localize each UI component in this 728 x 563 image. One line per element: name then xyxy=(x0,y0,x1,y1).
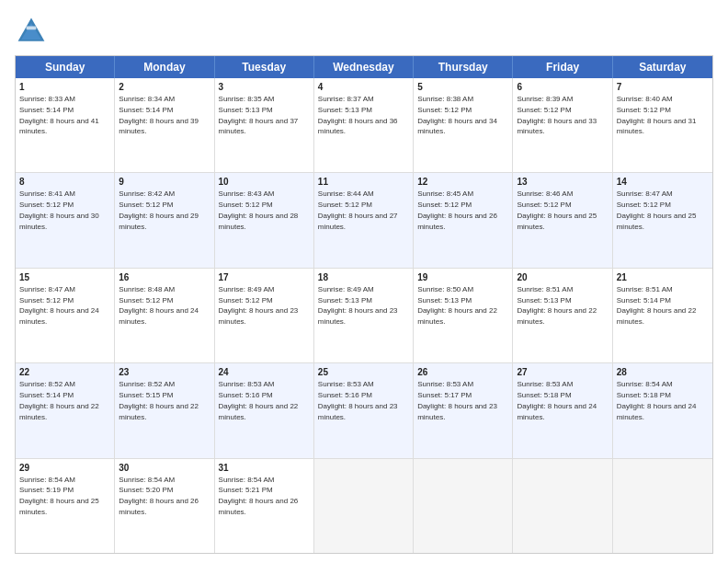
day-number: 4 xyxy=(318,81,409,93)
day-number: 25 xyxy=(318,366,409,378)
day-cell-22: 22Sunrise: 8:52 AMSunset: 5:14 PMDayligh… xyxy=(16,363,115,457)
header xyxy=(15,15,713,48)
day-number: 14 xyxy=(617,176,709,188)
cell-info: Sunrise: 8:51 AMSunset: 5:13 PMDaylight:… xyxy=(517,285,597,326)
day-cell-31: 31Sunrise: 8:54 AMSunset: 5:21 PMDayligh… xyxy=(215,459,314,553)
day-number: 22 xyxy=(19,366,110,378)
cell-info: Sunrise: 8:37 AMSunset: 5:13 PMDaylight:… xyxy=(318,95,398,135)
cell-info: Sunrise: 8:50 AMSunset: 5:13 PMDaylight:… xyxy=(417,285,497,326)
day-cell-17: 17Sunrise: 8:49 AMSunset: 5:12 PMDayligh… xyxy=(215,269,314,362)
cell-info: Sunrise: 8:42 AMSunset: 5:12 PMDaylight:… xyxy=(119,190,199,230)
cell-info: Sunrise: 8:33 AMSunset: 5:14 PMDaylight:… xyxy=(19,95,99,135)
day-number: 16 xyxy=(119,271,210,283)
day-cell-1: 1Sunrise: 8:33 AMSunset: 5:14 PMDaylight… xyxy=(16,78,115,172)
cell-info: Sunrise: 8:45 AMSunset: 5:12 PMDaylight:… xyxy=(417,190,497,230)
day-number: 31 xyxy=(219,462,310,474)
day-number: 6 xyxy=(517,81,608,93)
day-cell-30: 30Sunrise: 8:54 AMSunset: 5:20 PMDayligh… xyxy=(115,459,214,553)
cell-info: Sunrise: 8:41 AMSunset: 5:12 PMDaylight:… xyxy=(19,190,99,230)
cell-info: Sunrise: 8:53 AMSunset: 5:16 PMDaylight:… xyxy=(219,380,299,420)
day-number: 7 xyxy=(617,81,709,93)
calendar-row-1: 1Sunrise: 8:33 AMSunset: 5:14 PMDaylight… xyxy=(16,78,712,173)
day-number: 27 xyxy=(517,366,608,378)
cell-info: Sunrise: 8:49 AMSunset: 5:12 PMDaylight:… xyxy=(219,285,299,326)
day-cell-4: 4Sunrise: 8:37 AMSunset: 5:13 PMDaylight… xyxy=(314,78,414,172)
day-cell-12: 12Sunrise: 8:45 AMSunset: 5:12 PMDayligh… xyxy=(414,173,513,267)
day-cell-20: 20Sunrise: 8:51 AMSunset: 5:13 PMDayligh… xyxy=(513,269,612,362)
cell-info: Sunrise: 8:47 AMSunset: 5:12 PMDaylight:… xyxy=(19,285,99,326)
calendar: SundayMondayTuesdayWednesdayThursdayFrid… xyxy=(15,55,713,554)
day-header-sunday: Sunday xyxy=(16,56,115,78)
day-number: 23 xyxy=(119,366,210,378)
day-number: 8 xyxy=(19,176,110,188)
day-cell-11: 11Sunrise: 8:44 AMSunset: 5:12 PMDayligh… xyxy=(314,173,414,267)
day-number: 12 xyxy=(417,176,508,188)
calendar-row-2: 8Sunrise: 8:41 AMSunset: 5:12 PMDaylight… xyxy=(16,173,712,268)
day-cell-7: 7Sunrise: 8:40 AMSunset: 5:12 PMDaylight… xyxy=(613,78,712,172)
day-header-saturday: Saturday xyxy=(613,56,712,78)
day-cell-28: 28Sunrise: 8:54 AMSunset: 5:18 PMDayligh… xyxy=(613,363,712,457)
cell-info: Sunrise: 8:54 AMSunset: 5:19 PMDaylight:… xyxy=(19,476,99,516)
empty-cell xyxy=(314,459,414,553)
day-number: 5 xyxy=(417,81,508,93)
day-number: 15 xyxy=(19,271,110,283)
day-cell-18: 18Sunrise: 8:49 AMSunset: 5:13 PMDayligh… xyxy=(314,269,414,362)
empty-cell xyxy=(414,459,513,553)
cell-info: Sunrise: 8:34 AMSunset: 5:14 PMDaylight:… xyxy=(119,95,199,135)
day-number: 28 xyxy=(617,366,709,378)
day-cell-13: 13Sunrise: 8:46 AMSunset: 5:12 PMDayligh… xyxy=(513,173,612,267)
day-cell-15: 15Sunrise: 8:47 AMSunset: 5:12 PMDayligh… xyxy=(16,269,115,362)
cell-info: Sunrise: 8:48 AMSunset: 5:12 PMDaylight:… xyxy=(119,285,199,326)
cell-info: Sunrise: 8:39 AMSunset: 5:12 PMDaylight:… xyxy=(517,95,597,135)
day-cell-27: 27Sunrise: 8:53 AMSunset: 5:18 PMDayligh… xyxy=(513,363,612,457)
day-header-friday: Friday xyxy=(513,56,612,78)
day-number: 1 xyxy=(19,81,110,93)
day-cell-8: 8Sunrise: 8:41 AMSunset: 5:12 PMDaylight… xyxy=(16,173,115,267)
empty-cell xyxy=(613,459,712,553)
day-cell-21: 21Sunrise: 8:51 AMSunset: 5:14 PMDayligh… xyxy=(613,269,712,362)
day-cell-3: 3Sunrise: 8:35 AMSunset: 5:13 PMDaylight… xyxy=(215,78,314,172)
calendar-body: 1Sunrise: 8:33 AMSunset: 5:14 PMDaylight… xyxy=(16,78,712,553)
day-cell-25: 25Sunrise: 8:53 AMSunset: 5:16 PMDayligh… xyxy=(314,363,414,457)
day-number: 21 xyxy=(617,271,709,283)
cell-info: Sunrise: 8:35 AMSunset: 5:13 PMDaylight:… xyxy=(219,95,299,135)
day-number: 3 xyxy=(219,81,310,93)
day-cell-10: 10Sunrise: 8:43 AMSunset: 5:12 PMDayligh… xyxy=(215,173,314,267)
day-number: 30 xyxy=(119,462,210,474)
day-number: 10 xyxy=(219,176,310,188)
day-cell-24: 24Sunrise: 8:53 AMSunset: 5:16 PMDayligh… xyxy=(215,363,314,457)
day-header-thursday: Thursday xyxy=(414,56,513,78)
day-header-monday: Monday xyxy=(115,56,214,78)
logo xyxy=(15,15,51,48)
day-number: 2 xyxy=(119,81,210,93)
cell-info: Sunrise: 8:53 AMSunset: 5:17 PMDaylight:… xyxy=(417,380,497,420)
cell-info: Sunrise: 8:38 AMSunset: 5:12 PMDaylight:… xyxy=(417,95,497,135)
cell-info: Sunrise: 8:52 AMSunset: 5:14 PMDaylight:… xyxy=(19,380,99,420)
day-cell-19: 19Sunrise: 8:50 AMSunset: 5:13 PMDayligh… xyxy=(414,269,513,362)
logo-icon xyxy=(15,15,48,48)
day-cell-29: 29Sunrise: 8:54 AMSunset: 5:19 PMDayligh… xyxy=(16,459,115,553)
cell-info: Sunrise: 8:46 AMSunset: 5:12 PMDaylight:… xyxy=(517,190,597,230)
cell-info: Sunrise: 8:47 AMSunset: 5:12 PMDaylight:… xyxy=(617,190,697,230)
day-number: 19 xyxy=(417,271,508,283)
day-number: 13 xyxy=(517,176,608,188)
day-cell-6: 6Sunrise: 8:39 AMSunset: 5:12 PMDaylight… xyxy=(513,78,612,172)
day-cell-23: 23Sunrise: 8:52 AMSunset: 5:15 PMDayligh… xyxy=(115,363,214,457)
cell-info: Sunrise: 8:53 AMSunset: 5:16 PMDaylight:… xyxy=(318,380,398,420)
day-cell-5: 5Sunrise: 8:38 AMSunset: 5:12 PMDaylight… xyxy=(414,78,513,172)
cell-info: Sunrise: 8:52 AMSunset: 5:15 PMDaylight:… xyxy=(119,380,199,420)
day-number: 29 xyxy=(19,462,110,474)
calendar-row-5: 29Sunrise: 8:54 AMSunset: 5:19 PMDayligh… xyxy=(16,459,712,553)
cell-info: Sunrise: 8:54 AMSunset: 5:18 PMDaylight:… xyxy=(617,380,697,420)
cell-info: Sunrise: 8:51 AMSunset: 5:14 PMDaylight:… xyxy=(617,285,697,326)
day-number: 24 xyxy=(219,366,310,378)
cell-info: Sunrise: 8:40 AMSunset: 5:12 PMDaylight:… xyxy=(617,95,697,135)
svg-rect-2 xyxy=(27,27,37,30)
day-number: 18 xyxy=(318,271,409,283)
page: SundayMondayTuesdayWednesdayThursdayFrid… xyxy=(0,0,728,563)
calendar-row-3: 15Sunrise: 8:47 AMSunset: 5:12 PMDayligh… xyxy=(16,269,712,363)
calendar-row-4: 22Sunrise: 8:52 AMSunset: 5:14 PMDayligh… xyxy=(16,363,712,458)
day-number: 20 xyxy=(517,271,608,283)
cell-info: Sunrise: 8:49 AMSunset: 5:13 PMDaylight:… xyxy=(318,285,398,326)
day-cell-16: 16Sunrise: 8:48 AMSunset: 5:12 PMDayligh… xyxy=(115,269,214,362)
